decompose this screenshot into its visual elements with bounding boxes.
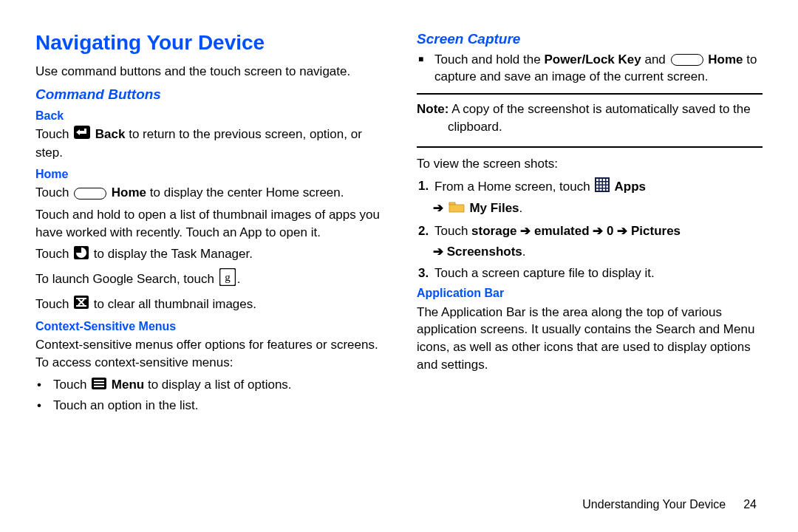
- svg-rect-6: [76, 305, 86, 307]
- svg-rect-28: [449, 202, 455, 205]
- back-icon: [74, 126, 90, 144]
- section-command-buttons: Command Buttons: [35, 85, 381, 105]
- svg-rect-14: [603, 179, 605, 181]
- context-bullet-2: • Touch an option in the list.: [37, 397, 381, 415]
- svg-rect-5: [76, 298, 86, 299]
- step-2-line2: ➔ Screenshots.: [433, 243, 763, 261]
- context-p1: Context-sensitive menus offer options fo…: [35, 336, 381, 372]
- note-body: A copy of the screenshot is automaticall…: [448, 102, 751, 134]
- back-paragraph: Touch Back to return to the previous scr…: [35, 126, 381, 162]
- svg-rect-8: [94, 380, 104, 381]
- right-column: Screen Capture ■ Touch and hold the Powe…: [417, 28, 763, 417]
- svg-text:g: g: [225, 271, 231, 283]
- svg-rect-15: [607, 179, 609, 181]
- svg-rect-24: [596, 188, 598, 191]
- note-block: Note: A copy of the screenshot is automa…: [417, 93, 763, 148]
- folder-icon: [449, 200, 465, 218]
- subsection-application-bar: Application Bar: [417, 285, 763, 301]
- svg-rect-27: [607, 188, 609, 191]
- svg-rect-10: [94, 386, 104, 387]
- svg-rect-21: [600, 185, 602, 188]
- home-p2: Touch and hold to open a list of thumbna…: [35, 206, 381, 242]
- home-p5: Touch to clear all thumbnail images.: [35, 296, 381, 314]
- context-bullet-1: • Touch Menu to display a list of option…: [37, 376, 381, 394]
- subsection-back: Back: [35, 108, 381, 124]
- step-1: 1. From a Home screen, touch Apps: [418, 177, 763, 197]
- square-bullet-icon: ■: [418, 51, 434, 86]
- footer-section: Understanding Your Device: [582, 498, 726, 511]
- home-button-icon: [74, 188, 106, 200]
- left-column: Navigating Your Device Use command butto…: [35, 28, 381, 417]
- clear-thumbnails-icon: [74, 296, 89, 314]
- view-intro: To view the screen shots:: [417, 155, 763, 173]
- page-number: 24: [743, 498, 757, 511]
- page-footer: Understanding Your Device24: [582, 497, 757, 513]
- intro-text: Use command buttons and the touch screen…: [35, 63, 381, 81]
- appbar-p1: The Application Bar is the area along th…: [417, 304, 763, 374]
- svg-rect-20: [596, 185, 598, 188]
- svg-rect-9: [94, 383, 104, 384]
- step-1-line2: ➔ My Files.: [433, 200, 763, 217]
- subsection-home: Home: [35, 166, 381, 183]
- svg-rect-13: [600, 179, 602, 181]
- google-search-icon: g: [219, 268, 236, 291]
- step-2: 2. Touch storage ➔ emulated ➔ 0 ➔ Pictur…: [418, 222, 763, 240]
- svg-rect-17: [600, 182, 602, 184]
- section-screen-capture: Screen Capture: [417, 30, 763, 50]
- menu-icon: [92, 377, 106, 395]
- step-3: 3. Touch a screen capture file to displa…: [418, 265, 763, 282]
- subsection-context-menus: Context-Sensitive Menus: [35, 318, 381, 335]
- capture-bullet: ■ Touch and hold the Power/Lock Key and …: [418, 51, 763, 86]
- svg-rect-25: [600, 188, 602, 191]
- home-p4: To launch Google Search, touch g.: [35, 268, 381, 291]
- svg-rect-26: [603, 188, 605, 191]
- home-p3: Touch to display the Task Manager.: [35, 245, 381, 264]
- apps-grid-icon: [595, 177, 610, 197]
- task-manager-icon: [74, 246, 89, 265]
- svg-rect-22: [603, 185, 605, 188]
- svg-rect-19: [607, 182, 609, 184]
- svg-rect-16: [596, 182, 598, 184]
- home-p1: Touch Home to display the center Home sc…: [35, 184, 381, 202]
- svg-rect-18: [603, 182, 605, 184]
- home-button-icon: [671, 54, 703, 66]
- page-title: Navigating Your Device: [35, 28, 381, 57]
- svg-rect-12: [596, 179, 598, 181]
- note-label: Note:: [417, 102, 449, 116]
- svg-rect-23: [607, 185, 609, 188]
